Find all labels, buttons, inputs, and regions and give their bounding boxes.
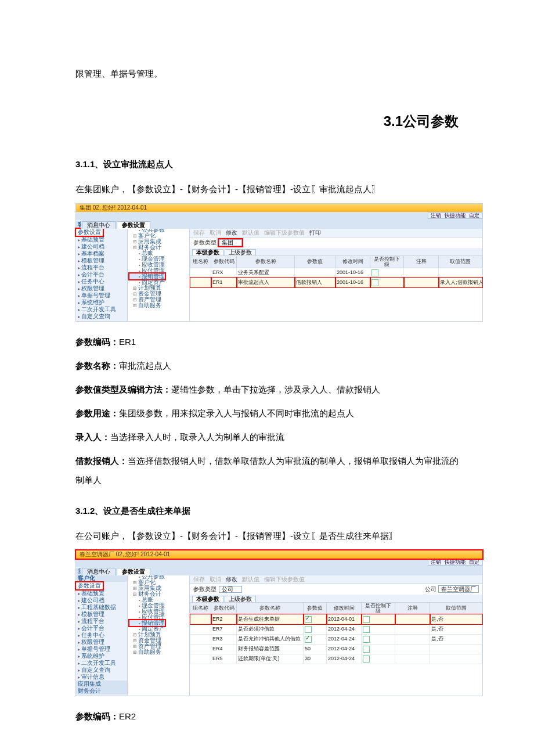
sidebar-item[interactable]: 建公司档: [76, 243, 127, 250]
sidebar-item[interactable]: 基本档案: [76, 250, 127, 257]
cell-chk[interactable]: [362, 644, 395, 654]
sidebar-item[interactable]: 模板管理: [76, 257, 127, 264]
sidebar-item[interactable]: 自定义查询: [76, 667, 127, 674]
sidebar-item[interactable]: 单据号管理: [76, 646, 127, 653]
col-name[interactable]: 参数名称: [237, 602, 304, 614]
tab-msg[interactable]: 消息中心: [82, 221, 116, 229]
subtabs: 本级参数 上级参数: [190, 595, 482, 602]
subtab-upper[interactable]: 上级参数: [225, 249, 256, 255]
col-val[interactable]: 参数值: [295, 255, 335, 268]
tree-node[interactable]: 自助服务: [129, 649, 187, 655]
tb-cancel[interactable]: 取消: [210, 230, 221, 236]
sidebar-item[interactable]: 系统维护: [76, 299, 127, 306]
col-date[interactable]: 修改时间: [327, 602, 362, 614]
tab-params[interactable]: 参数设置: [117, 221, 150, 229]
sidebar-item[interactable]: 基础预置: [76, 236, 127, 243]
tree-node-fin[interactable]: 财务会计: [129, 244, 187, 250]
col-group[interactable]: 组名称: [190, 602, 211, 614]
cell-chk[interactable]: [304, 614, 327, 624]
table-row-highlight[interactable]: ER1 审批流起点人 借款报销人 2001-10-16 录入人;借款报销人: [190, 278, 482, 287]
top-buttons[interactable]: 注销 快捷功能 自定: [428, 213, 482, 219]
sidebar-item-params[interactable]: 参数设置: [76, 582, 103, 589]
sidebar-item[interactable]: 流程平台: [76, 618, 127, 625]
cell-chk[interactable]: [304, 634, 327, 644]
cell-chk[interactable]: [362, 634, 395, 644]
table-row[interactable]: ERX 业务关系配置 2001-10-16: [190, 268, 482, 278]
cell-chk[interactable]: [370, 268, 404, 278]
cell-chk[interactable]: [362, 614, 395, 624]
sidebar-footer[interactable]: 财务会计: [76, 687, 127, 694]
cell-chk[interactable]: [362, 654, 395, 664]
sidebar-footer[interactable]: 应用集成: [76, 681, 127, 687]
tb-editlower[interactable]: 编辑下级参数值: [264, 577, 305, 582]
tree-node-fin[interactable]: 财务会计: [129, 591, 187, 597]
sidebar-item[interactable]: 二次开发工具: [76, 306, 127, 313]
sidebar-item[interactable]: 任务中心: [76, 278, 127, 285]
col-group[interactable]: 组名称: [190, 255, 211, 268]
cell-chk[interactable]: [304, 624, 327, 634]
col-date[interactable]: 修改时间: [335, 255, 370, 268]
sidebar-item[interactable]: 会计平台: [76, 271, 127, 278]
sidebar-item[interactable]: 单据号管理: [76, 292, 127, 299]
table-row[interactable]: ER7 是否必须冲借款 2012-04-24 是,否: [190, 624, 482, 634]
sidebar-item[interactable]: 二次开发工具: [76, 660, 127, 667]
tb-print[interactable]: 打印: [309, 230, 321, 236]
table-row[interactable]: ER4 财务报销容差范围 50 2012-04-24: [190, 644, 482, 654]
sidebar-item[interactable]: 基础预置: [76, 590, 127, 597]
tree-node[interactable]: 自助服务: [129, 303, 187, 308]
param-use: 集团级参数，用来拟定录入人与报销人不同时审批流的起点人: [119, 408, 354, 418]
quick[interactable]: 快捷功能: [445, 560, 466, 565]
subtab-upper[interactable]: 上级参数: [225, 596, 256, 602]
col-code[interactable]: 参数代码: [211, 255, 237, 268]
col-ctl[interactable]: 是否控制下级: [370, 255, 404, 268]
sidebar-item[interactable]: 流程平台: [76, 264, 127, 271]
sidebar-item[interactable]: 系统维护: [76, 653, 127, 660]
custom[interactable]: 自定: [469, 560, 479, 565]
param-luru-lbl: 录入人：: [75, 432, 110, 442]
col-note[interactable]: 注释: [395, 602, 430, 614]
sidebar-item-params[interactable]: 参数设置: [76, 229, 103, 236]
tb-save[interactable]: 保存: [193, 577, 205, 582]
tb-default[interactable]: 默认值: [242, 230, 259, 236]
col-name[interactable]: 参数名称: [237, 255, 295, 268]
col-range[interactable]: 取值范围: [430, 602, 482, 614]
col-val[interactable]: 参数值: [304, 602, 327, 614]
logout[interactable]: 注销: [431, 560, 441, 565]
custom[interactable]: 自定: [469, 213, 479, 218]
tb-save[interactable]: 保存: [193, 230, 205, 236]
sidebar-item[interactable]: 权限管理: [76, 639, 127, 646]
sidebar-item[interactable]: 任务中心: [76, 632, 127, 639]
tb-default[interactable]: 默认值: [242, 577, 259, 582]
sidebar-item[interactable]: 权限管理: [76, 285, 127, 292]
table-row[interactable]: ER5 还款期限(单位:天) 30 2012-04-24: [190, 654, 482, 664]
cell: 是否生成往来单据: [237, 614, 304, 624]
table-row[interactable]: ER3 是否允许冲销其他人的借款 2012-04-24 是,否: [190, 634, 482, 644]
sidebar-item[interactable]: 自定义查询: [76, 313, 127, 320]
cell-chk[interactable]: [362, 624, 395, 634]
col-note[interactable]: 注释: [404, 255, 439, 268]
subtab-this[interactable]: 本级参数: [192, 249, 223, 255]
tb-edit[interactable]: 修改: [226, 230, 237, 236]
param-type-select[interactable]: 集团: [219, 239, 242, 246]
tb-edit[interactable]: 修改: [226, 577, 237, 582]
cell-chk[interactable]: [370, 278, 404, 287]
tab-params[interactable]: 参数设置: [117, 568, 150, 575]
table-row-highlight[interactable]: ER2 是否生成往来单据 2012-04-01 是,否: [190, 614, 482, 624]
sidebar-item[interactable]: 审计信息: [76, 674, 127, 681]
tb-editlower[interactable]: 编辑下级参数值: [264, 230, 305, 236]
sidebar-item[interactable]: 模板管理: [76, 611, 127, 618]
col-ctl[interactable]: 是否控制下级: [362, 602, 395, 614]
company-select[interactable]: 春兰空调器厂: [438, 585, 479, 593]
sidebar-item[interactable]: 建公司档: [76, 597, 127, 604]
sidebar-item[interactable]: 工程基础数据: [76, 604, 127, 611]
tab-msg[interactable]: 消息中心: [82, 568, 116, 575]
quick[interactable]: 快捷功能: [445, 213, 466, 218]
col-code[interactable]: 参数代码: [211, 602, 237, 614]
col-range[interactable]: 取值范围: [439, 255, 482, 268]
top-buttons[interactable]: 注销 快捷功能 自定: [428, 559, 482, 566]
sidebar-item[interactable]: 会计平台: [76, 625, 127, 632]
param-type-select[interactable]: 公司: [219, 586, 242, 593]
logout[interactable]: 注销: [431, 213, 441, 218]
subtab-this[interactable]: 本级参数: [192, 596, 223, 602]
tb-cancel[interactable]: 取消: [210, 577, 221, 582]
